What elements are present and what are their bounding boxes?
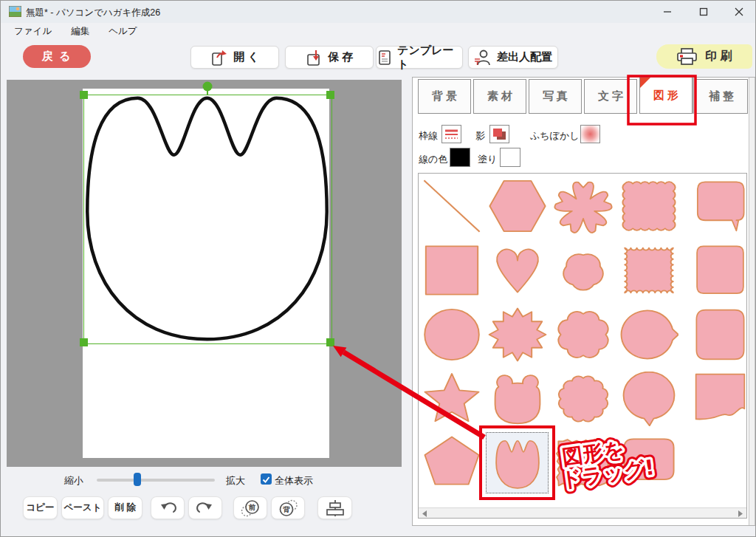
- shape-cell-bubble-circle-bottom[interactable]: [616, 366, 681, 431]
- stamp-square-shape: [619, 243, 678, 298]
- tulip-shape: [489, 437, 546, 490]
- shape-cell-wavy-bottom-rect[interactable]: [681, 366, 746, 431]
- bubble-circle-right-shape: [619, 307, 678, 362]
- redo-button[interactable]: [188, 496, 222, 519]
- menu-item-0[interactable]: ファイル: [14, 25, 52, 38]
- bubble-rounded-rect-shape: [619, 436, 678, 490]
- border-style-swatch[interactable]: [441, 125, 461, 143]
- selected-shape-cell[interactable]: [486, 432, 549, 493]
- shape-cell-pentagon[interactable]: [419, 431, 484, 495]
- shadow-icon: [490, 126, 509, 143]
- zoom-slider-handle[interactable]: [134, 473, 141, 486]
- tab-2[interactable]: 写 真: [529, 79, 582, 114]
- shape-cell-star-5[interactable]: [419, 366, 484, 431]
- tab-4[interactable]: 図 形: [639, 77, 693, 114]
- delete-button[interactable]: 削 除: [108, 496, 142, 519]
- save-icon: [305, 49, 323, 66]
- tab-3[interactable]: 文 字: [584, 79, 637, 114]
- burst-12-shape: [488, 307, 547, 362]
- shape-cell-circle[interactable]: [419, 302, 484, 366]
- shape-cell-bubble-rounded-rect[interactable]: [616, 431, 681, 495]
- align-center-button[interactable]: [317, 496, 352, 519]
- fit-view-label: 全体表示: [275, 474, 313, 488]
- rotate-handle[interactable]: [198, 81, 217, 95]
- scroll-left-icon[interactable]: [422, 510, 427, 517]
- shape-cell-square[interactable]: [419, 238, 484, 302]
- canvas-area[interactable]: [7, 80, 402, 467]
- open-button[interactable]: 開 く: [190, 46, 279, 69]
- shape-cell-stamp-square[interactable]: [616, 238, 681, 302]
- shape-cell-chrysanthemum[interactable]: [550, 366, 616, 431]
- bring-to-front-button[interactable]: 前: [233, 496, 267, 519]
- scroll-right-icon[interactable]: [738, 510, 743, 517]
- print-label: 印 刷: [705, 49, 732, 64]
- flower-5-shape: [554, 243, 613, 298]
- tab-bar: 背 景素 材写 真文 字図 形補 整: [418, 79, 748, 114]
- shape-cell-tulip[interactable]: [484, 431, 550, 495]
- shape-cell-diagonal-line[interactable]: [419, 174, 484, 238]
- square-shape: [422, 243, 481, 298]
- bubble-circle-bottom-shape: [619, 372, 678, 426]
- shape-cell-hexagon[interactable]: [484, 174, 550, 238]
- shape-cell-bubble-circle-right[interactable]: [616, 302, 681, 366]
- selection-handle-bottom-right[interactable]: [326, 338, 334, 346]
- tab-1[interactable]: 素 材: [473, 79, 526, 114]
- paste-button[interactable]: ペースト: [61, 496, 104, 519]
- shape-cell-bear-face[interactable]: [484, 366, 550, 431]
- save-button[interactable]: 保 存: [285, 46, 374, 69]
- maximize-button[interactable]: [687, 1, 721, 23]
- shape-cell-torn-square[interactable]: [550, 431, 616, 495]
- line-color-swatch[interactable]: [450, 148, 470, 167]
- tab-label: 写 真: [543, 89, 568, 103]
- template-button[interactable]: テンプレート: [376, 46, 463, 69]
- back-label: 戻 る: [42, 49, 72, 64]
- zoom-slider-track[interactable]: [97, 479, 215, 482]
- shape-cell-rounded-square-large[interactable]: [681, 302, 746, 366]
- selection-handle-top-left[interactable]: [80, 91, 88, 99]
- send-to-back-button[interactable]: 背: [271, 496, 305, 519]
- tab-5[interactable]: 補 整: [695, 79, 748, 114]
- minimize-button[interactable]: [650, 1, 684, 23]
- sakura-shape: [554, 179, 613, 233]
- active-tab-fold-icon: [640, 78, 650, 88]
- selection-handle-top-right[interactable]: [326, 91, 334, 99]
- shape-grid-hscrollbar[interactable]: [419, 507, 746, 518]
- menu-item-1[interactable]: 編集: [71, 25, 89, 38]
- template-icon: [377, 49, 392, 66]
- svg-text:前: 前: [248, 503, 256, 511]
- right-panel-vscrollbar[interactable]: [749, 78, 755, 525]
- scallop-square-shape: [619, 179, 678, 233]
- undo-button[interactable]: [151, 496, 185, 519]
- wavy-bottom-rect-shape: [693, 372, 746, 426]
- close-button[interactable]: [722, 1, 756, 23]
- shadow-swatch[interactable]: [489, 125, 509, 143]
- shape-cell-rounded-square[interactable]: [681, 238, 746, 302]
- title-bar: 無題* - パソコンでハガキ作成26: [1, 1, 756, 23]
- shape-cell-heart[interactable]: [484, 238, 550, 302]
- shape-cell-bubble-square-tail[interactable]: [681, 174, 746, 238]
- shape-cell-flower-5[interactable]: [550, 238, 616, 302]
- shape-cell-scallop-circle[interactable]: [550, 302, 616, 366]
- shape-cell-sakura[interactable]: [550, 174, 616, 238]
- send-to-back-icon: 背: [277, 499, 299, 518]
- print-button[interactable]: 印 刷: [656, 44, 752, 69]
- selection-handle-bottom-left[interactable]: [80, 338, 88, 346]
- edge-blur-swatch[interactable]: [580, 125, 600, 143]
- fill-color-swatch[interactable]: [500, 148, 520, 167]
- svg-text:背: 背: [282, 505, 290, 513]
- copy-button[interactable]: コピー: [23, 496, 58, 519]
- sender-layout-button[interactable]: 差出人配置: [468, 46, 558, 69]
- fit-view-checkbox[interactable]: [261, 473, 272, 485]
- fill-label: 塗り: [478, 153, 497, 166]
- app-icon: [9, 6, 21, 17]
- menu-item-2[interactable]: ヘルプ: [109, 25, 137, 38]
- back-button[interactable]: 戻 る: [23, 45, 91, 68]
- tab-0[interactable]: 背 景: [418, 79, 471, 114]
- bring-to-front-icon: 前: [239, 499, 261, 518]
- shape-cell-burst-12[interactable]: [484, 302, 550, 366]
- window-title: 無題* - パソコンでハガキ作成26: [26, 7, 160, 19]
- redo-icon: [196, 500, 215, 516]
- app-window: 無題* - パソコンでハガキ作成26 ファイル編集ヘルプ 戻 る 開 く 保 存…: [0, 0, 756, 537]
- shape-cell-scallop-square[interactable]: [616, 174, 681, 238]
- diagonal-line-shape: [422, 179, 481, 233]
